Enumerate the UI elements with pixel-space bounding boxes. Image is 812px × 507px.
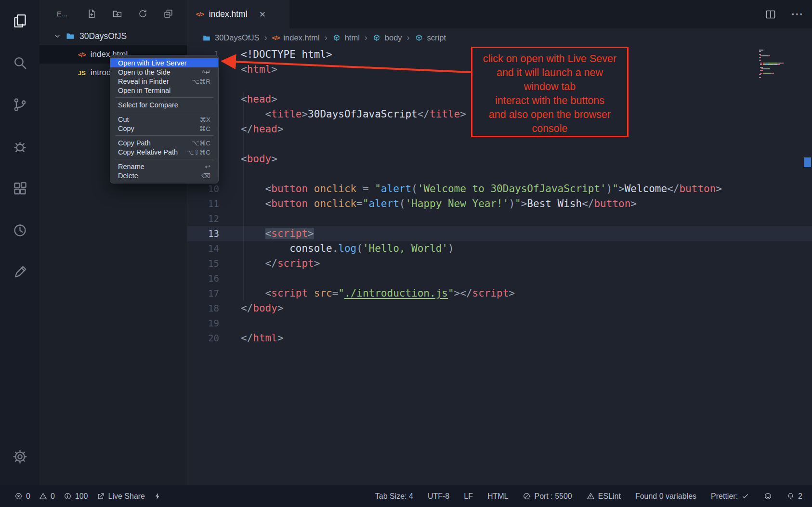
- menu-shortcut: ⌘C: [199, 125, 210, 132]
- line-number: 13: [187, 226, 219, 241]
- status-language-mode[interactable]: HTML: [487, 492, 509, 501]
- status-live-share[interactable]: Live Share: [97, 492, 145, 501]
- code-line-7[interactable]: 7: [187, 137, 812, 152]
- menu-shortcut: ↩: [205, 163, 210, 170]
- status-quick-action[interactable]: [154, 492, 162, 500]
- collapse-all-button[interactable]: [163, 9, 173, 19]
- status-errors[interactable]: 0: [14, 492, 30, 501]
- menu-item-open-in-terminal[interactable]: Open in Terminal: [110, 86, 218, 95]
- annotation-arrow: [212, 50, 474, 79]
- menu-item-copy-path[interactable]: Copy Path⌥⌘C: [110, 138, 218, 147]
- menu-separator: [115, 112, 213, 112]
- symbol-icon: [372, 34, 381, 42]
- status-bar: 00100Live Share Tab Size: 4UTF-8LFHTMLPo…: [0, 485, 812, 507]
- menu-shortcut: ⌘X: [199, 116, 210, 123]
- warning-icon: [587, 492, 595, 500]
- status-notifications[interactable]: 2: [786, 492, 802, 501]
- slash-icon: [523, 492, 531, 500]
- menu-item-cut[interactable]: Cut⌘X: [110, 115, 218, 124]
- breadcrumb-body[interactable]: body: [372, 33, 402, 42]
- status-tab-size[interactable]: Tab Size: 4: [375, 492, 413, 501]
- folder-icon: [65, 31, 75, 41]
- warning-icon: [39, 492, 47, 500]
- refresh-icon: [138, 9, 148, 19]
- menu-item-reveal-in-finder[interactable]: Reveal in Finder⌥⌘R: [110, 77, 218, 86]
- code-line-15[interactable]: 15 </script>: [187, 256, 812, 271]
- breadcrumb-separator: ›: [365, 33, 367, 43]
- status-eslint[interactable]: ESLint: [587, 492, 621, 501]
- menu-item-copy-relative-path[interactable]: Copy Relative Path⌥⇧⌘C: [110, 147, 218, 156]
- more-actions-icon[interactable]: ⋯: [791, 7, 803, 22]
- status-warnings[interactable]: 0: [39, 492, 55, 501]
- html-file-icon: </>: [196, 11, 204, 18]
- status-live-server-port[interactable]: Port : 5500: [523, 492, 572, 501]
- code-line-13[interactable]: 13 <script>: [187, 226, 812, 241]
- code-line-11[interactable]: 11 <button onclick="alert('Happy New Yea…: [187, 196, 812, 211]
- activity-feedback[interactable]: [0, 251, 39, 293]
- menu-shortcut: ⌥⌘C: [192, 139, 210, 147]
- new-file-button[interactable]: [87, 9, 97, 19]
- menu-item-delete[interactable]: Delete⌫: [110, 171, 218, 180]
- status-feedback-smiley[interactable]: [764, 492, 772, 500]
- gear-icon: [12, 449, 28, 465]
- activity-bar: [0, 0, 39, 485]
- menu-separator: [115, 135, 213, 136]
- status-prettier[interactable]: Prettier:: [711, 492, 749, 501]
- git-icon: [12, 97, 28, 113]
- menu-shortcut: ⌥⇧⌘C: [186, 148, 210, 156]
- code-line-12[interactable]: 12: [187, 211, 812, 226]
- menu-item-select-for-compare[interactable]: Select for Compare: [110, 100, 218, 109]
- edit-icon: [12, 264, 28, 280]
- code-line-20[interactable]: 20</html>: [187, 331, 812, 346]
- status-variables[interactable]: Found 0 variables: [635, 492, 696, 501]
- new-folder-button[interactable]: [112, 9, 122, 19]
- menu-item-open-to-the-side[interactable]: Open to the Side^↵: [110, 67, 218, 77]
- error-icon: [14, 492, 23, 500]
- split-editor-icon[interactable]: [765, 9, 776, 20]
- new-file-icon: [87, 9, 97, 19]
- menu-shortcut: ⌫: [201, 172, 210, 180]
- code-line-17[interactable]: 17 <script src="./introduction.js"></scr…: [187, 286, 812, 301]
- status-info-count[interactable]: 100: [64, 492, 88, 501]
- refresh-button[interactable]: [138, 9, 148, 19]
- code-line-16[interactable]: 16: [187, 271, 812, 286]
- menu-item-open-with-live-server[interactable]: Open with Live Server: [110, 58, 218, 67]
- code-line-9[interactable]: 9: [187, 167, 812, 182]
- tab-index-html[interactable]: </> index.html ×: [187, 0, 289, 28]
- indent-guide: [243, 92, 244, 301]
- breadcrumb-index-html[interactable]: </>index.html: [272, 33, 320, 42]
- breadcrumb-30daysofjs[interactable]: 30DaysOfJS: [202, 33, 260, 42]
- menu-shortcut: ^↵: [202, 68, 210, 76]
- line-number: 17: [187, 286, 219, 301]
- breadcrumb-separator: ›: [325, 33, 327, 43]
- search-icon: [12, 55, 28, 71]
- code-line-10[interactable]: 10 <button onclick = "alert('Welcome to …: [187, 182, 812, 196]
- code-line-14[interactable]: 14 console.log('Hello, World'): [187, 241, 812, 256]
- activity-history[interactable]: [0, 209, 39, 251]
- menu-item-rename[interactable]: Rename↩: [110, 162, 218, 171]
- breadcrumb-script[interactable]: script: [415, 33, 446, 42]
- liveshare-icon: [97, 492, 105, 500]
- status-eol[interactable]: LF: [464, 492, 473, 501]
- folder-row-30daysofjs[interactable]: 30DaysOfJS: [39, 27, 187, 45]
- code-line-19[interactable]: 19: [187, 316, 812, 331]
- activity-run-debug[interactable]: [0, 126, 39, 168]
- history-icon: [12, 222, 28, 238]
- code-line-18[interactable]: 18</body>: [187, 301, 812, 316]
- activity-source-control[interactable]: [0, 84, 39, 126]
- activity-extensions[interactable]: [0, 168, 39, 209]
- activity-explorer[interactable]: [0, 0, 39, 42]
- tab-bar: </> index.html × ⋯: [187, 0, 812, 28]
- check-icon: [741, 492, 749, 500]
- menu-item-copy[interactable]: Copy⌘C: [110, 124, 218, 133]
- activity-search[interactable]: [0, 42, 39, 84]
- tab-close-icon[interactable]: ×: [260, 9, 266, 20]
- line-number: 12: [187, 211, 219, 226]
- breadcrumb-html[interactable]: html: [332, 33, 360, 42]
- code-line-8[interactable]: 8<body>: [187, 152, 812, 167]
- status-encoding[interactable]: UTF-8: [428, 492, 449, 501]
- sidebar-header: E...: [39, 0, 187, 27]
- activity-settings[interactable]: [0, 436, 39, 478]
- minimap[interactable]: [759, 50, 801, 78]
- line-number: 18: [187, 301, 219, 316]
